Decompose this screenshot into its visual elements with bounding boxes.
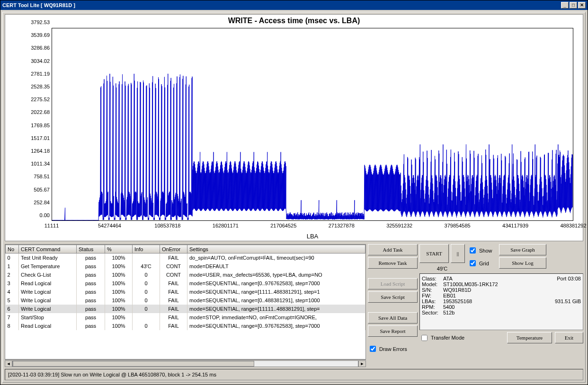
cell: 100% bbox=[105, 296, 133, 305]
remove-task-button[interactable]: Remove Task bbox=[368, 257, 418, 269]
y-tick: 758.51 bbox=[34, 174, 50, 179]
cell: 100% bbox=[105, 262, 133, 271]
y-tick: 252.84 bbox=[34, 200, 50, 205]
save-all-data-button[interactable]: Save All Data bbox=[368, 312, 418, 324]
temperature-button[interactable]: Temperature bbox=[507, 332, 552, 343]
minimize-button[interactable]: _ bbox=[561, 2, 569, 9]
cell: 0 bbox=[133, 279, 160, 288]
maximize-button[interactable]: □ bbox=[570, 2, 577, 9]
save-report-button[interactable]: Save Report bbox=[368, 325, 418, 337]
y-axis: 0.00252.84505.67758.511011.341264.181517… bbox=[5, 28, 51, 221]
command-table[interactable]: NoCERT CommandStatus%InfoOnErrorSettings… bbox=[5, 244, 366, 359]
column-header[interactable]: OnError bbox=[160, 245, 187, 254]
x-tick: 217064525 bbox=[270, 223, 296, 228]
titlebar: CERT Tool Lite [ WQ91R81D ] _ □ ✕ bbox=[0, 0, 588, 10]
scroll-left-icon[interactable]: ◄ bbox=[5, 360, 12, 367]
cell: Read Logical bbox=[19, 279, 77, 288]
column-header[interactable]: Settings bbox=[187, 245, 365, 254]
show-checkbox[interactable]: Show bbox=[468, 246, 496, 255]
column-header[interactable]: % bbox=[105, 245, 133, 254]
transfer-mode-input[interactable] bbox=[421, 335, 428, 341]
cell: 0 bbox=[133, 296, 160, 305]
x-tick: 11111 bbox=[45, 223, 59, 228]
cell: Start/Stop bbox=[19, 313, 77, 322]
scroll-right-icon[interactable]: ► bbox=[358, 360, 366, 367]
grid-checkbox[interactable]: Grid bbox=[468, 259, 496, 268]
cell: 0 bbox=[6, 254, 19, 262]
column-header[interactable]: CERT Command bbox=[19, 245, 77, 254]
cell: pass bbox=[77, 305, 105, 313]
grid-input[interactable] bbox=[470, 260, 476, 266]
x-axis: 1111154274464108537818162801171217064525… bbox=[52, 222, 573, 241]
column-header[interactable]: No bbox=[6, 245, 19, 254]
x-tick: 271327878 bbox=[329, 223, 355, 228]
cell: mode=DEFAULT bbox=[187, 262, 365, 271]
cell: pass bbox=[77, 254, 105, 262]
task-buttons: Add Task Remove Task Load Script Save Sc… bbox=[368, 244, 418, 367]
draw-errors-input[interactable] bbox=[370, 346, 376, 352]
close-button[interactable]: ✕ bbox=[578, 2, 586, 9]
start-button[interactable]: START bbox=[419, 244, 449, 263]
cell: 100% bbox=[105, 322, 133, 330]
table-row[interactable]: 5Write Logicalpass100%0FAILmode=SEQUENTI… bbox=[6, 296, 365, 305]
y-tick: 2781.19 bbox=[31, 71, 50, 77]
table-row[interactable]: 4Write Logicalpass100%0FAILmode=SEQUENTI… bbox=[6, 288, 365, 296]
cell: mode=SEQUENTIAL, range=[11111..488381291… bbox=[187, 305, 365, 313]
lower-panel: NoCERT CommandStatus%InfoOnErrorSettings… bbox=[5, 244, 583, 367]
table-row[interactable]: 7Start/Stoppass100%FAILmode=STOP, immedi… bbox=[6, 313, 365, 322]
x-tick: 379854585 bbox=[445, 223, 471, 228]
cell: 0 bbox=[133, 305, 160, 313]
cell: Write Logical bbox=[19, 305, 77, 313]
chart-title: WRITE - Access time (msec vs. LBA) bbox=[5, 17, 583, 25]
draw-errors-checkbox[interactable]: Draw Errors bbox=[368, 344, 418, 353]
cell: pass bbox=[77, 288, 105, 296]
x-tick: 162801171 bbox=[213, 223, 239, 228]
y-tick: 2022.68 bbox=[31, 109, 50, 115]
cell: 0 bbox=[133, 322, 160, 330]
cell: 100% bbox=[105, 288, 133, 296]
y-tick: 2275.52 bbox=[31, 96, 50, 102]
cell: 43'C bbox=[133, 262, 160, 271]
cell: mode=SEQUENTIAL, range=[0..976762583], s… bbox=[187, 279, 365, 288]
transfer-mode-checkbox[interactable]: Transfer Mode bbox=[419, 333, 464, 342]
table-row[interactable]: 6Write Logicalpass100%0FAILmode=SEQUENTI… bbox=[6, 305, 365, 313]
load-script-button[interactable]: Load Script bbox=[368, 278, 418, 289]
y-tick: 2528.35 bbox=[31, 84, 50, 89]
cell: 100% bbox=[105, 271, 133, 279]
y-tick: 3792.53 bbox=[31, 19, 50, 25]
table-body[interactable]: 0Test Unit Readypass100%FAILdo_spin=AUTO… bbox=[6, 254, 365, 330]
y-tick: 3286.86 bbox=[31, 45, 50, 51]
add-task-button[interactable]: Add Task bbox=[368, 244, 418, 255]
cell: FAIL bbox=[160, 322, 187, 330]
show-log-button[interactable]: Show Log bbox=[499, 257, 546, 269]
cell: pass bbox=[77, 313, 105, 322]
column-header[interactable]: Status bbox=[77, 245, 105, 254]
scroll-thumb[interactable] bbox=[13, 361, 254, 367]
column-header[interactable]: Info bbox=[133, 245, 160, 254]
plot-area bbox=[52, 28, 573, 221]
cell bbox=[133, 254, 160, 262]
client-area: WRITE - Access time (msec vs. LBA) 0.002… bbox=[2, 12, 586, 383]
cell: mode=USER, max_defects=65536, type=LBA, … bbox=[187, 271, 365, 279]
table-row[interactable]: 3Read Logicalpass100%0FAILmode=SEQUENTIA… bbox=[6, 279, 365, 288]
horizontal-scrollbar[interactable]: ◄ ► bbox=[5, 359, 366, 367]
table-row[interactable]: 2Check G-Listpass100%0CONTmode=USER, max… bbox=[6, 271, 365, 279]
save-script-button[interactable]: Save Script bbox=[368, 291, 418, 303]
pause-button[interactable]: || bbox=[451, 244, 465, 263]
table-row[interactable]: 1Get Temperaturepass100%43'CCONTmode=DEF… bbox=[6, 262, 365, 271]
show-input[interactable] bbox=[470, 247, 476, 254]
x-tick: 108537818 bbox=[154, 223, 180, 228]
y-tick: 3539.69 bbox=[31, 32, 50, 38]
cell: 0 bbox=[133, 288, 160, 296]
drive-info: Class:ATAPort 03:08 Model:ST1000LM035-1R… bbox=[419, 273, 583, 330]
control-panel: Add Task Remove Task Load Script Save Sc… bbox=[368, 244, 583, 367]
table-row[interactable]: 8Read Logicalpass100%0FAILmode=SEQUENTIA… bbox=[6, 322, 365, 330]
cell: Read Logical bbox=[19, 322, 77, 330]
table-row[interactable]: 0Test Unit Readypass100%FAILdo_spin=AUTO… bbox=[6, 254, 365, 262]
table-header-row: NoCERT CommandStatus%InfoOnErrorSettings bbox=[6, 245, 365, 254]
save-graph-button[interactable]: Save Graph bbox=[499, 244, 546, 255]
scroll-track[interactable] bbox=[12, 360, 358, 367]
cell: FAIL bbox=[160, 313, 187, 322]
exit-button[interactable]: Exit bbox=[555, 332, 583, 343]
cell: mode=STOP, immediate=NO, onFmtCorrupt=IG… bbox=[187, 313, 365, 322]
